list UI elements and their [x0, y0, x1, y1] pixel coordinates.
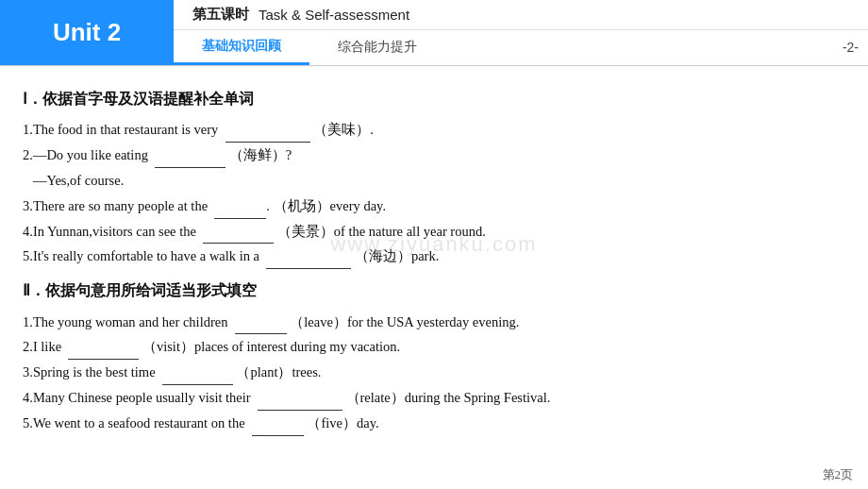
section2-title: Ⅱ．依据句意用所给词适当形式填空 — [23, 277, 845, 305]
tab-inactive-label: 综合能力提升 — [338, 39, 417, 56]
blank-2-2 — [68, 345, 139, 360]
question-1-5: 5.It's really comfortable to have a walk… — [23, 244, 845, 269]
tab-active-label: 基础知识回顾 — [202, 38, 281, 55]
unit-label: Unit 2 — [53, 18, 121, 47]
question-2-3: 3.Spring is the best time （plant）trees. — [23, 360, 845, 385]
tab-comprehensive[interactable]: 综合能力提升 — [309, 30, 445, 65]
blank-2-4 — [258, 396, 342, 411]
blank-2-5 — [252, 421, 304, 436]
question-1-4: 4.In Yunnan,visitors can see the （美景）of … — [23, 219, 845, 244]
question-2-2: 2.I like （visit）places of interest durin… — [23, 334, 845, 360]
header-right: 第五课时 Task & Self-assessment 基础知识回顾 综合能力提… — [174, 0, 868, 65]
blank-1-3 — [214, 204, 266, 219]
tabs-row: 基础知识回顾 综合能力提升 -2- — [174, 30, 868, 65]
lesson-number: 第五课时 — [192, 6, 249, 24]
question-1-2: 2.—Do you like eating （海鲜）? — [23, 143, 845, 168]
footer-page: 第2页 — [823, 466, 854, 483]
question-2-1: 1.The young woman and her children （leav… — [23, 310, 845, 335]
question-1-3: 3.There are so many people at the . （机场）… — [23, 194, 845, 219]
tab-basic-knowledge[interactable]: 基础知识回顾 — [174, 30, 309, 65]
blank-1-1 — [225, 127, 310, 143]
blank-2-3 — [162, 370, 233, 385]
question-2-4: 4.Many Chinese people usually visit thei… — [23, 385, 845, 411]
blank-1-5 — [266, 254, 351, 269]
blank-2-1 — [235, 319, 287, 334]
blank-1-4 — [203, 228, 274, 244]
lesson-title: 第五课时 Task & Self-assessment — [174, 0, 868, 30]
section1-title: Ⅰ．依据首字母及汉语提醒补全单词 — [23, 85, 845, 113]
blank-1-2 — [155, 153, 225, 168]
main-content: Ⅰ．依据首字母及汉语提醒补全单词 1.The food in that rest… — [0, 66, 868, 446]
header: Unit 2 第五课时 Task & Self-assessment 基础知识回… — [0, 0, 868, 66]
page-number: -2- — [843, 40, 859, 55]
question-1-1: 1.The food in that restaurant is very （美… — [23, 117, 845, 143]
lesson-title-text: Task & Self-assessment — [259, 7, 409, 23]
question-2-5: 5.We went to a seafood restaurant on the… — [23, 411, 845, 436]
question-1-2b: —Yes,of course. — [23, 168, 845, 194]
unit-badge: Unit 2 — [0, 0, 174, 65]
